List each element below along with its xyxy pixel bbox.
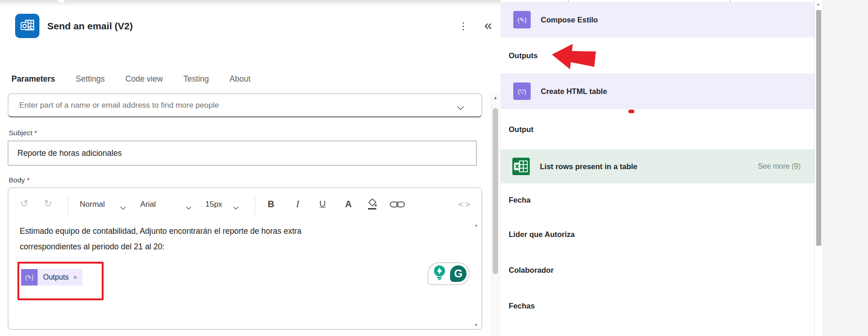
panel-row-compose-estilo[interactable]: {✎} Compose Estilo bbox=[500, 2, 814, 38]
body-label: Body * bbox=[9, 176, 30, 184]
panel-row-lider-token[interactable]: Lider que Autoriza bbox=[500, 216, 814, 252]
tab-testing[interactable]: Testing bbox=[183, 74, 209, 84]
tab-code-view[interactable]: Code view bbox=[126, 74, 163, 84]
outlook-icon bbox=[15, 14, 39, 38]
action-title: Send an email (V2) bbox=[47, 21, 133, 32]
top-edge-notch bbox=[58, 0, 64, 2]
tab-about[interactable]: About bbox=[230, 74, 251, 84]
card-scrollbar-thumb[interactable] bbox=[493, 108, 498, 274]
panel-scrollbar-up-icon[interactable]: ▲ bbox=[814, 2, 822, 6]
subject-label: Subject * bbox=[9, 129, 37, 137]
to-field bbox=[8, 94, 482, 117]
body-text-line: Estimado equipo de contabilidad, Adjunto… bbox=[20, 226, 302, 236]
panel-row-create-html-table[interactable]: {▽} Create HTML table bbox=[500, 73, 814, 109]
more-menu-icon[interactable]: ⋮ bbox=[457, 19, 469, 33]
highlight-color-icon[interactable] bbox=[366, 198, 379, 213]
panel-row-output-token[interactable]: Output bbox=[500, 109, 814, 149]
subject-input[interactable] bbox=[8, 141, 477, 165]
underline-button[interactable]: U bbox=[319, 199, 326, 209]
code-view-icon[interactable]: <> bbox=[458, 199, 472, 209]
editor-scroll-down-icon[interactable]: ▼ bbox=[473, 323, 479, 327]
top-edge-shadow bbox=[0, 2, 500, 6]
annotation-red-rectangle bbox=[17, 262, 104, 300]
link-icon[interactable] bbox=[390, 201, 405, 210]
chevron-down-icon[interactable] bbox=[233, 204, 239, 212]
redo-icon[interactable]: ↻ bbox=[44, 198, 52, 209]
lightbulb-icon[interactable] bbox=[433, 264, 447, 283]
toolbar-separator bbox=[255, 195, 255, 215]
chevron-down-icon[interactable] bbox=[457, 104, 464, 112]
panel-row-fecha-token[interactable]: Fecha bbox=[500, 183, 814, 216]
see-more-link[interactable]: See more (9) bbox=[758, 162, 801, 171]
undo-icon[interactable]: ↺ bbox=[20, 198, 28, 209]
panel-row-colaborador-token[interactable]: Colaborador bbox=[500, 252, 814, 288]
tab-parameters[interactable]: Parameters bbox=[11, 74, 55, 84]
grammarly-icon[interactable]: G bbox=[450, 265, 467, 282]
to-input[interactable] bbox=[18, 94, 451, 116]
data-operation-icon: {▽} bbox=[513, 83, 531, 100]
italic-button[interactable]: I bbox=[296, 198, 299, 210]
panel-row-list-rows[interactable]: List rows present in a table See more (9… bbox=[500, 149, 814, 183]
card-scrollbar-up-icon[interactable]: ▲ bbox=[491, 95, 500, 100]
tab-settings[interactable]: Settings bbox=[76, 74, 104, 84]
body-rich-text-editor[interactable] bbox=[8, 187, 482, 330]
body-text-line: correspondientes al periodo del 21 al 20… bbox=[20, 242, 165, 252]
annotation-red-dot bbox=[628, 110, 634, 113]
collapse-panel-icon[interactable]: « bbox=[480, 17, 496, 34]
excel-icon bbox=[512, 158, 530, 175]
editor-scroll-up-icon[interactable]: ▲ bbox=[473, 223, 479, 227]
power-automate-designer: Send an email (V2) ⋮ « Parameters Settin… bbox=[0, 0, 868, 336]
paragraph-style-dropdown[interactable]: Normal bbox=[80, 200, 105, 209]
chevron-down-icon[interactable] bbox=[120, 204, 126, 212]
grammarly-widget[interactable]: G bbox=[428, 262, 470, 285]
font-dropdown[interactable]: Arial bbox=[140, 200, 156, 209]
font-color-button[interactable]: A bbox=[345, 199, 352, 209]
tab-bar: Parameters Settings Code view Testing Ab… bbox=[11, 74, 251, 84]
chevron-down-icon[interactable] bbox=[186, 204, 192, 212]
designer-background bbox=[822, 0, 868, 336]
bold-button[interactable]: B bbox=[268, 199, 274, 209]
toolbar-separator bbox=[68, 195, 68, 215]
panel-row-fechas-token[interactable]: Fechas bbox=[500, 288, 814, 324]
compose-icon: {✎} bbox=[513, 11, 531, 28]
font-size-dropdown[interactable]: 15px bbox=[205, 200, 222, 209]
panel-scrollbar-thumb[interactable] bbox=[816, 10, 821, 246]
panel-row-outputs-token[interactable]: Outputs bbox=[500, 38, 814, 73]
